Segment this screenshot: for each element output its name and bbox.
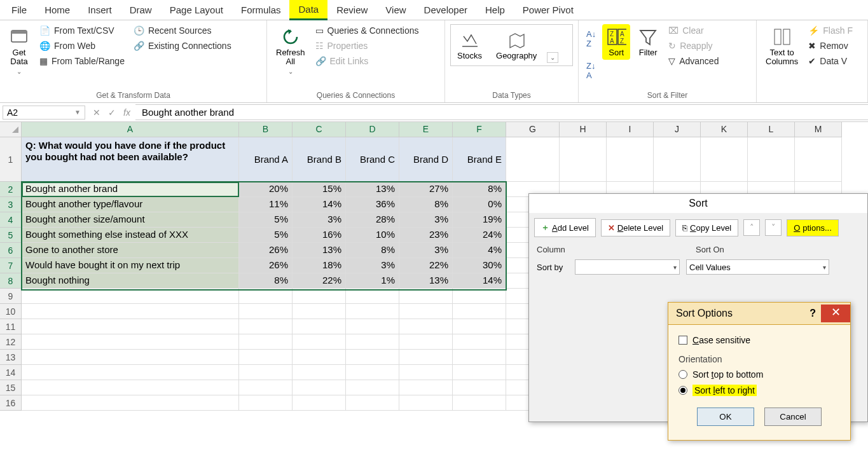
- cell-B8[interactable]: 8%: [239, 273, 293, 289]
- cell-E10[interactable]: [399, 304, 453, 319]
- col-header-I[interactable]: I: [607, 122, 654, 137]
- cell-F8[interactable]: 14%: [453, 273, 506, 289]
- cell-A10[interactable]: [22, 304, 239, 319]
- col-header-E[interactable]: E: [399, 122, 453, 137]
- cell-B6[interactable]: 26%: [239, 243, 293, 258]
- case-sensitive-checkbox[interactable]: Case sensitive: [679, 332, 840, 348]
- cell-B11[interactable]: [239, 319, 293, 334]
- cell-D6[interactable]: 8%: [346, 243, 399, 258]
- cell-F12[interactable]: [453, 334, 506, 350]
- cell-F1[interactable]: Brand E: [453, 137, 506, 182]
- row-header-13[interactable]: 13: [0, 350, 22, 365]
- cell-C15[interactable]: [293, 380, 346, 395]
- from-web-button[interactable]: 🌐From Web: [37, 39, 127, 52]
- cell-A5[interactable]: Bought something else instead of XXX: [22, 228, 239, 243]
- tab-review[interactable]: Review: [327, 1, 376, 19]
- row-header-5[interactable]: 5: [0, 228, 22, 243]
- col-header-M[interactable]: M: [795, 122, 842, 137]
- row-header-10[interactable]: 10: [0, 304, 22, 319]
- sort-options-button[interactable]: Options...: [787, 219, 839, 236]
- cell-G1[interactable]: [506, 137, 560, 182]
- col-header-J[interactable]: J: [654, 122, 701, 137]
- cancel-formula-icon[interactable]: ✕: [93, 107, 100, 118]
- cell-F4[interactable]: 19%: [453, 212, 506, 228]
- cell-F10[interactable]: [453, 304, 506, 319]
- stocks-button[interactable]: Stocks: [453, 27, 486, 63]
- cell-D9[interactable]: [346, 289, 399, 304]
- row-header-15[interactable]: 15: [0, 380, 22, 395]
- cell-F2[interactable]: 8%: [453, 182, 506, 197]
- cell-H1[interactable]: [560, 137, 607, 182]
- cell-B2[interactable]: 20%: [239, 182, 293, 197]
- cell-D7[interactable]: 3%: [346, 258, 399, 273]
- cell-E5[interactable]: 23%: [399, 228, 453, 243]
- cell-E11[interactable]: [399, 319, 453, 334]
- row-header-8[interactable]: 8: [0, 273, 22, 289]
- cell-C12[interactable]: [293, 334, 346, 350]
- cell-B13[interactable]: [239, 350, 293, 365]
- tab-view[interactable]: View: [376, 1, 415, 19]
- cell-C3[interactable]: 14%: [293, 197, 346, 212]
- cell-D1[interactable]: Brand C: [346, 137, 399, 182]
- cell-D14[interactable]: [346, 365, 399, 380]
- col-header-K[interactable]: K: [701, 122, 748, 137]
- recent-sources-button[interactable]: 🕒Recent Sources: [131, 24, 234, 37]
- cell-C14[interactable]: [293, 365, 346, 380]
- cell-A11[interactable]: [22, 319, 239, 334]
- refresh-all-button[interactable]: Refresh All ⌄: [272, 24, 309, 78]
- cell-F3[interactable]: 0%: [453, 197, 506, 212]
- col-header-A[interactable]: A: [22, 122, 239, 137]
- row-header-9[interactable]: 9: [0, 289, 22, 304]
- cell-F14[interactable]: [453, 365, 506, 380]
- cell-B5[interactable]: 5%: [239, 228, 293, 243]
- col-header-L[interactable]: L: [748, 122, 795, 137]
- row-header-7[interactable]: 7: [0, 258, 22, 273]
- cell-M1[interactable]: [795, 137, 842, 182]
- cell-B16[interactable]: [239, 395, 293, 411]
- cell-A2[interactable]: Bought another brand: [22, 182, 239, 197]
- cell-C7[interactable]: 18%: [293, 258, 346, 273]
- cell-E7[interactable]: 22%: [399, 258, 453, 273]
- cell-A15[interactable]: [22, 380, 239, 395]
- row-header-6[interactable]: 6: [0, 243, 22, 258]
- cell-C13[interactable]: [293, 350, 346, 365]
- add-level-button[interactable]: ＋Add Level: [534, 218, 596, 237]
- cell-B7[interactable]: 26%: [239, 258, 293, 273]
- close-icon[interactable]: ✕: [821, 305, 850, 322]
- remove-duplicates-button[interactable]: ✖Remov: [806, 39, 855, 52]
- tab-help[interactable]: Help: [476, 1, 514, 19]
- col-header-B[interactable]: B: [239, 122, 293, 137]
- cancel-button[interactable]: Cancel: [764, 408, 822, 426]
- cell-J1[interactable]: [654, 137, 701, 182]
- tab-data[interactable]: Data: [289, 0, 327, 20]
- cell-B3[interactable]: 11%: [239, 197, 293, 212]
- cell-F15[interactable]: [453, 380, 506, 395]
- cell-E8[interactable]: 13%: [399, 273, 453, 289]
- cell-D11[interactable]: [346, 319, 399, 334]
- help-icon[interactable]: ?: [809, 308, 816, 319]
- cell-K1[interactable]: [701, 137, 748, 182]
- cell-E9[interactable]: [399, 289, 453, 304]
- cell-D12[interactable]: [346, 334, 399, 350]
- geography-button[interactable]: Geography: [492, 27, 541, 63]
- cell-A1[interactable]: Q: What would you have done if the produ…: [22, 137, 239, 182]
- col-header-C[interactable]: C: [293, 122, 346, 137]
- cell-A16[interactable]: [22, 395, 239, 411]
- cell-D8[interactable]: 1%: [346, 273, 399, 289]
- cell-B10[interactable]: [239, 304, 293, 319]
- select-all-corner[interactable]: [0, 122, 22, 137]
- row-header-3[interactable]: 3: [0, 197, 22, 212]
- cell-E14[interactable]: [399, 365, 453, 380]
- col-header-D[interactable]: D: [346, 122, 399, 137]
- cell-A12[interactable]: [22, 334, 239, 350]
- formula-input[interactable]: Bought another brand: [135, 104, 868, 120]
- cell-C8[interactable]: 22%: [293, 273, 346, 289]
- cell-F11[interactable]: [453, 319, 506, 334]
- cell-B15[interactable]: [239, 380, 293, 395]
- col-header-F[interactable]: F: [453, 122, 506, 137]
- cell-D16[interactable]: [346, 395, 399, 411]
- cell-B14[interactable]: [239, 365, 293, 380]
- col-header-G[interactable]: G: [506, 122, 560, 137]
- cell-C5[interactable]: 16%: [293, 228, 346, 243]
- clear-filter-button[interactable]: ⌧Clear: [666, 24, 721, 37]
